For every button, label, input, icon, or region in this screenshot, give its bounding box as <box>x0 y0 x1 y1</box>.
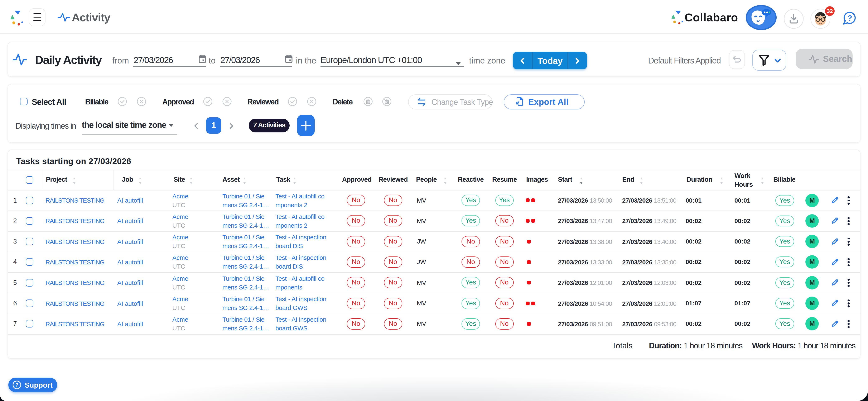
svg-text:?: ? <box>847 14 852 22</box>
svg-text:?: ? <box>16 382 19 388</box>
